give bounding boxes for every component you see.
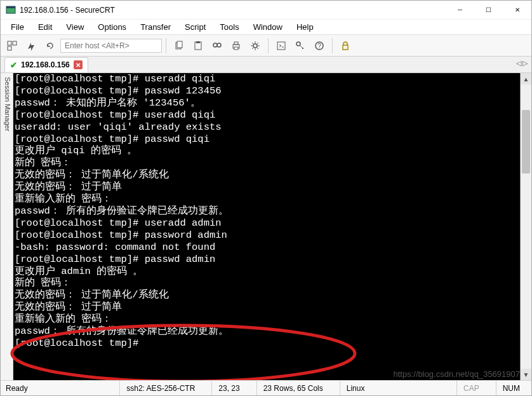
window-title: 192.168.0.156 - SecureCRT	[20, 6, 446, 15]
print-icon[interactable]	[227, 37, 245, 55]
tab-label: 192.168.0.156	[21, 60, 70, 69]
menu-transfer[interactable]: Transfer	[134, 20, 177, 34]
scroll-down-icon[interactable]: ▼	[521, 369, 531, 380]
maximize-button[interactable]: ☐	[474, 1, 503, 19]
lock-icon[interactable]	[336, 37, 354, 55]
toolbar-separator	[268, 38, 269, 53]
menu-tools[interactable]: Tools	[213, 20, 245, 34]
window-buttons: ─ ☐ ✕	[446, 1, 531, 19]
script-icon[interactable]	[272, 37, 290, 55]
status-os: Linux	[340, 381, 371, 395]
menu-script[interactable]: Script	[178, 20, 212, 34]
svg-rect-3	[13, 41, 17, 45]
status-dimensions: 23 Rows, 65 Cols	[256, 381, 329, 395]
status-cipher: ssh2: AES-256-CTR	[119, 381, 201, 395]
svg-rect-12	[234, 42, 238, 44]
session-tab[interactable]: ✔ 192.168.0.156 ✕	[4, 57, 88, 72]
title-bar: 192.168.0.156 - SecureCRT ─ ☐ ✕	[1, 1, 531, 20]
minimize-button[interactable]: ─	[446, 1, 474, 19]
menu-bar: File Edit View Options Transfer Script T…	[1, 20, 531, 35]
menu-window[interactable]: Window	[247, 20, 289, 34]
menu-options[interactable]: Options	[91, 20, 133, 34]
copy-icon[interactable]	[170, 37, 188, 55]
tab-close-icon[interactable]: ✕	[74, 60, 83, 69]
menu-file[interactable]: File	[4, 20, 30, 34]
connected-check-icon: ✔	[10, 60, 17, 70]
tab-prev-icon[interactable]: ◁	[516, 59, 521, 67]
scroll-up-icon[interactable]: ▲	[521, 73, 531, 85]
tab-nav: ◁ ▷	[516, 59, 528, 67]
settings-icon[interactable]	[246, 37, 264, 55]
svg-rect-8	[196, 41, 200, 43]
terminal[interactable]: [root@localhost tmp]# useradd qiqi [root…	[13, 73, 520, 380]
close-button[interactable]: ✕	[503, 1, 531, 19]
svg-rect-19	[343, 45, 348, 50]
menu-help[interactable]: Help	[290, 20, 320, 34]
session-manager-panel-label[interactable]: Session Manager	[1, 73, 13, 380]
status-cursor: 23, 23	[211, 381, 246, 395]
svg-rect-4	[8, 46, 11, 50]
status-capslock: CAP	[456, 381, 486, 395]
svg-point-14	[253, 44, 257, 48]
app-icon	[6, 5, 16, 15]
svg-point-9	[213, 43, 217, 47]
tab-bar: ✔ 192.168.0.156 ✕ ◁ ▷	[1, 57, 531, 73]
status-numlock: NUM	[496, 381, 526, 395]
menu-edit[interactable]: Edit	[32, 20, 58, 34]
svg-rect-2	[8, 41, 11, 45]
key-icon[interactable]	[291, 37, 309, 55]
terminal-scrollbar[interactable]: ▲ ▼	[520, 73, 531, 380]
reconnect-icon[interactable]	[41, 37, 59, 55]
session-manager-icon[interactable]	[3, 37, 21, 55]
quick-connect-icon[interactable]	[22, 37, 40, 55]
toolbar-separator	[166, 38, 166, 53]
svg-rect-13	[234, 47, 238, 50]
host-input[interactable]	[60, 39, 162, 53]
paste-icon[interactable]	[189, 37, 207, 55]
scroll-thumb[interactable]	[522, 110, 530, 174]
menu-view[interactable]: View	[60, 20, 90, 34]
terminal-wrap: [root@localhost tmp]# useradd qiqi [root…	[13, 73, 531, 380]
main-area: Session Manager [root@localhost tmp]# us…	[1, 73, 531, 380]
status-ready: Ready	[6, 381, 34, 395]
svg-text:?: ?	[317, 43, 321, 50]
scroll-track[interactable]	[521, 85, 531, 369]
toolbar-separator	[332, 38, 333, 53]
svg-rect-1	[6, 6, 15, 8]
tab-next-icon[interactable]: ▷	[522, 59, 528, 67]
status-bar: Ready ssh2: AES-256-CTR 23, 23 23 Rows, …	[1, 380, 531, 395]
help-icon[interactable]: ?	[310, 37, 328, 55]
svg-rect-6	[177, 41, 182, 48]
toolbar: ?	[1, 35, 531, 57]
svg-point-10	[217, 43, 221, 47]
find-icon[interactable]	[208, 37, 226, 55]
